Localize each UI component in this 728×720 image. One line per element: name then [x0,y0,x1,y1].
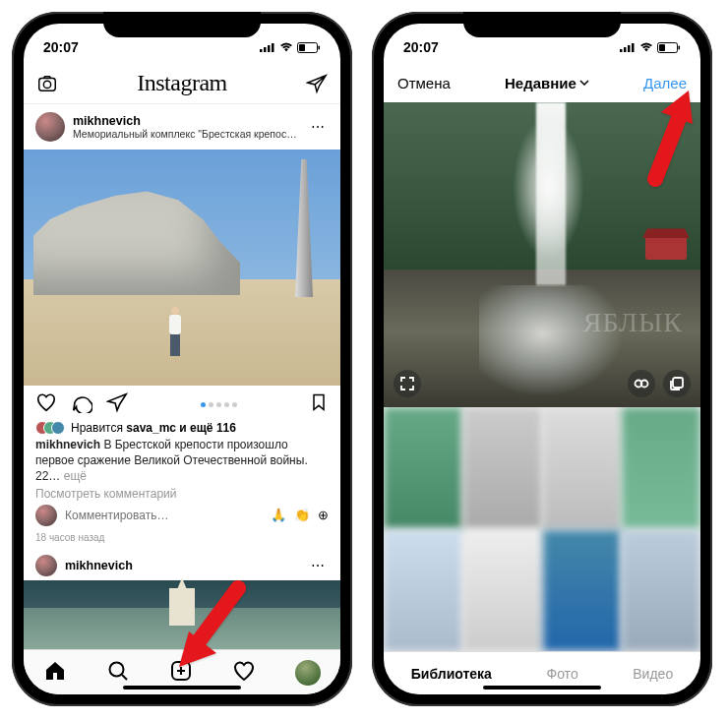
post-location[interactable]: Мемориальный комплекс "Брестская крепост… [73,128,299,140]
post-header: mikhnevich Мемориальный комплекс "Брестс… [24,104,340,150]
wifi-icon [279,42,293,52]
phone-right: 20:07 Отмена Недавние Далее ЯБЛЫК [372,12,712,706]
status-indicators [260,42,321,53]
feed-scroll[interactable]: mikhnevich Мемориальный комплекс "Брестс… [24,104,340,649]
svg-point-8 [43,81,50,88]
svg-rect-6 [319,45,321,49]
home-indicator [123,686,241,690]
comment-input[interactable] [65,509,263,522]
status-time: 20:07 [43,39,79,55]
notch [103,12,261,37]
next-button[interactable]: Далее [643,75,687,91]
tab-profile-icon[interactable] [295,660,321,686]
grid-photo[interactable] [384,407,462,529]
post-username[interactable]: mikhnevich [73,114,299,128]
share-icon[interactable] [106,391,128,417]
cancel-button[interactable]: Отмена [397,75,451,91]
battery-icon [297,42,321,53]
carousel-indicator [201,402,237,407]
chevron-down-icon [579,80,589,86]
tab-search-icon[interactable] [106,659,130,687]
svg-rect-16 [659,44,665,51]
battery-icon [657,42,681,53]
post2-username[interactable]: mikhnevich [65,559,133,572]
post2-header: mikhnevich ⋯ [24,549,340,580]
tab-library[interactable]: Библиотека [411,666,492,682]
tab-home-icon[interactable] [43,659,67,687]
post-more-icon[interactable]: ⋯ [307,558,329,573]
avatar[interactable] [35,112,65,142]
emoji-more-icon[interactable]: ⊕ [318,508,329,522]
comment-icon[interactable] [71,391,92,417]
svg-point-9 [110,662,124,676]
signal-icon [260,42,275,52]
feed-header: Instagram [24,63,340,104]
grid-photo[interactable] [463,407,542,529]
svg-rect-1 [264,47,267,52]
view-comments-link[interactable]: Посмотреть комментарий [24,485,340,501]
comment-input-row: 🙏 👏 ⊕ [24,501,340,530]
avatar[interactable] [35,555,57,576]
post-timestamp: 18 часов назад [24,530,340,549]
album-selector[interactable]: Недавние [505,75,589,91]
svg-rect-3 [272,43,274,52]
tab-photo[interactable]: Фото [547,666,578,682]
svg-rect-12 [624,47,627,52]
emoji-pray-icon[interactable]: 🙏 [271,508,286,522]
status-time: 20:07 [403,39,439,55]
svg-rect-14 [632,43,635,52]
svg-rect-20 [673,378,683,388]
grid-photo[interactable] [543,530,622,652]
svg-rect-17 [679,45,681,49]
my-avatar [35,505,57,526]
multi-select-icon[interactable] [663,370,691,397]
liker-avatars [35,421,65,435]
grid-photo[interactable] [384,530,462,652]
watermark: ЯБЛЫК [583,307,683,338]
grid-photo[interactable] [543,407,622,529]
annotation-arrow-add [179,578,248,667]
post-more-icon[interactable]: ⋯ [307,119,329,135]
post-caption: mikhnevich В Брестской крепости произошл… [24,435,340,485]
svg-rect-0 [260,49,263,52]
grid-photo[interactable] [622,407,700,529]
messages-icon[interactable] [305,73,329,94]
signal-icon [620,42,636,52]
wifi-icon [639,42,653,52]
like-icon[interactable] [35,391,57,417]
svg-rect-7 [39,78,56,90]
crop-expand-icon[interactable] [394,370,421,397]
app-logo: Instagram [137,70,226,96]
annotation-arrow-next [636,90,695,189]
tab-video[interactable]: Видео [633,666,673,682]
photo-grid [384,407,700,651]
grid-photo[interactable] [622,530,700,652]
camera-icon[interactable] [35,73,59,94]
caption-more[interactable]: ещё [64,469,87,483]
boomerang-icon[interactable] [628,370,655,397]
svg-rect-5 [299,44,305,51]
svg-rect-2 [268,45,271,52]
notch [463,12,621,37]
emoji-clap-icon[interactable]: 👏 [294,508,310,522]
post-actions [24,386,340,421]
svg-rect-13 [628,45,631,52]
picker-tabs: Библиотека Фото Видео [384,651,700,694]
grid-photo[interactable] [463,530,542,652]
phone-left: 20:07 Instagram mikhnevich Мемориальный [12,12,352,706]
bookmark-icon[interactable] [309,391,329,417]
post-image[interactable] [24,150,340,386]
likes-row[interactable]: Нравится sava_mc и ещё 116 [24,421,340,435]
home-indicator [483,686,601,690]
svg-rect-11 [620,49,623,52]
status-indicators [620,42,681,53]
